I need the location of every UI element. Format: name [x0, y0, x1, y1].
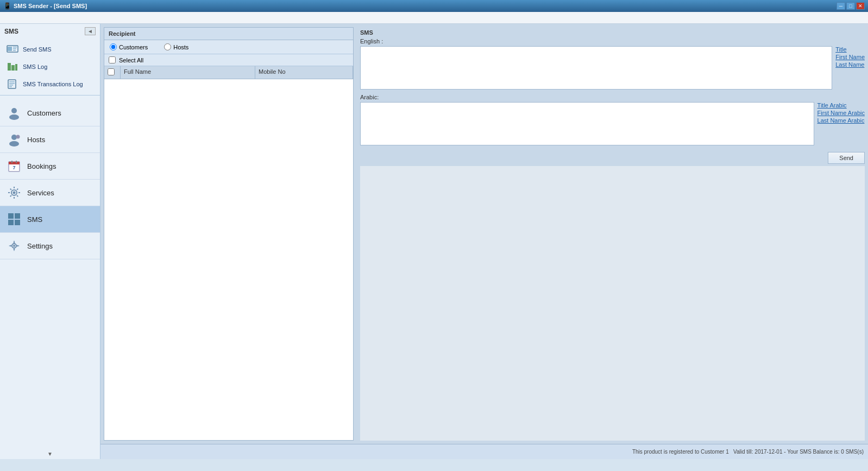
select-all-label: Select All [119, 57, 143, 63]
english-input-row: Title First Name Last Name [360, 46, 865, 90]
arabic-textarea[interactable] [360, 102, 814, 145]
svg-point-30 [13, 245, 15, 247]
sidebar-collapse-button[interactable]: ◄ [85, 27, 96, 35]
svg-text:7: 7 [12, 165, 15, 170]
svg-rect-28 [15, 220, 20, 225]
close-button[interactable]: ✕ [856, 2, 865, 10]
bookings-icon: 7 [7, 158, 22, 174]
svg-rect-8 [8, 80, 16, 88]
send-sms-label: Send SMS [23, 46, 52, 53]
last-name-link[interactable]: Last Name [835, 61, 865, 68]
arabic-links: Title Arabic First Name Arabic Last Name… [817, 102, 865, 145]
svg-rect-7 [15, 64, 17, 71]
sidebar-title: SMS [4, 28, 18, 35]
sms-submenu: Send SMS SMS Log [0, 39, 100, 96]
first-name-arabic-link[interactable]: First Name Arabic [817, 110, 865, 116]
sidebar-item-send-sms[interactable]: Send SMS [0, 41, 100, 58]
table-header-checkbox[interactable] [108, 68, 115, 75]
app-icon: 📱 [3, 2, 11, 10]
send-sms-icon [7, 43, 18, 55]
recipient-header: Recipient [104, 28, 353, 40]
svg-rect-6 [11, 65, 15, 71]
english-textarea[interactable] [360, 46, 832, 90]
sidebar-item-hosts[interactable]: Hosts [0, 126, 100, 153]
svg-point-15 [11, 135, 17, 140]
hosts-radio[interactable] [164, 43, 171, 50]
svg-rect-9 [9, 81, 15, 82]
svg-rect-3 [13, 48, 16, 49]
svg-rect-5 [8, 63, 11, 71]
arabic-section: Arabic: Title Arabic First Name Arabic L… [360, 94, 865, 145]
title-bar-buttons: ─ □ ✕ [836, 2, 865, 10]
sms-nav-icon [7, 212, 22, 227]
svg-point-14 [9, 114, 19, 120]
maximize-button[interactable]: □ [846, 2, 855, 10]
sidebar-item-sms[interactable]: SMS [0, 206, 100, 233]
send-row: Send [360, 150, 865, 166]
sms-log-label: SMS Log [23, 63, 47, 70]
mobileno-column-header: Mobile No [255, 66, 353, 79]
select-all-checkbox[interactable] [109, 56, 116, 63]
checkbox-column-header [104, 66, 121, 79]
hosts-radio-option[interactable]: Hosts [164, 43, 188, 50]
fullname-column-header: Full Name [121, 66, 255, 79]
recipient-type-selector: Customers Hosts [104, 40, 353, 54]
sms-transactions-icon [7, 78, 18, 90]
sidebar-item-settings[interactable]: Settings [0, 233, 100, 259]
sidebar-bottom-collapse[interactable]: ▼ [0, 449, 100, 459]
customers-radio-label: Customers [119, 44, 148, 50]
sidebar: SMS ◄ Send SMS [0, 24, 100, 459]
customers-icon [7, 105, 22, 120]
sms-panel-header: SMS [360, 27, 865, 38]
svg-rect-10 [9, 83, 15, 84]
title-link[interactable]: Title [835, 46, 865, 53]
bookings-label: Bookings [27, 162, 56, 170]
customers-radio[interactable] [110, 43, 117, 50]
svg-point-13 [11, 108, 17, 113]
hosts-label: Hosts [27, 136, 45, 144]
menu-bar [0, 12, 868, 24]
first-name-link[interactable]: First Name [835, 54, 865, 60]
sms-log-icon [7, 61, 18, 73]
title-bar-text: SMS Sender - [Send SMS] [14, 3, 836, 9]
sidebar-header: SMS ◄ [0, 24, 100, 39]
svg-point-16 [9, 141, 19, 147]
customers-radio-option[interactable]: Customers [110, 43, 148, 50]
sidebar-item-sms-transactions[interactable]: SMS Transactions Log [0, 75, 100, 93]
sidebar-item-bookings[interactable]: 7 Bookings [0, 153, 100, 180]
last-name-arabic-link[interactable]: Last Name Arabic [817, 117, 865, 124]
status-bar: This product is registered to Customer 1… [100, 444, 868, 459]
svg-rect-26 [15, 213, 20, 219]
english-section: English : Title First Name Last Name [360, 38, 865, 90]
svg-point-24 [13, 192, 16, 194]
arabic-label: Arabic: [360, 94, 865, 100]
sidebar-nav: Customers Hosts 7 [0, 96, 100, 449]
svg-point-17 [16, 135, 20, 139]
title-arabic-link[interactable]: Title Arabic [817, 102, 865, 109]
services-icon [7, 185, 22, 200]
lower-empty-area [360, 166, 865, 441]
sms-transactions-label: SMS Transactions Log [23, 81, 83, 87]
customers-label: Customers [27, 109, 61, 117]
sidebar-item-services[interactable]: Services [0, 180, 100, 206]
send-button[interactable]: Send [828, 152, 865, 164]
recipient-table-body [104, 79, 353, 440]
status-text: This product is registered to Customer 1… [632, 449, 864, 455]
svg-rect-25 [8, 213, 14, 219]
english-label: English : [360, 38, 865, 44]
select-all-row: Select All [104, 54, 353, 66]
sidebar-item-sms-log[interactable]: SMS Log [0, 58, 100, 75]
svg-rect-12 [9, 86, 12, 87]
svg-rect-2 [13, 47, 17, 48]
minimize-button[interactable]: ─ [836, 2, 845, 10]
sms-nav-label: SMS [27, 215, 42, 224]
sidebar-item-customers[interactable]: Customers [0, 100, 100, 126]
hosts-icon [7, 132, 22, 147]
settings-label: Settings [27, 242, 53, 250]
svg-rect-11 [9, 85, 13, 86]
svg-rect-22 [16, 161, 17, 163]
svg-rect-1 [8, 47, 12, 51]
sms-panel: SMS English : Title First Name Last Name [357, 24, 868, 444]
services-label: Services [27, 189, 54, 197]
settings-icon [7, 238, 22, 253]
